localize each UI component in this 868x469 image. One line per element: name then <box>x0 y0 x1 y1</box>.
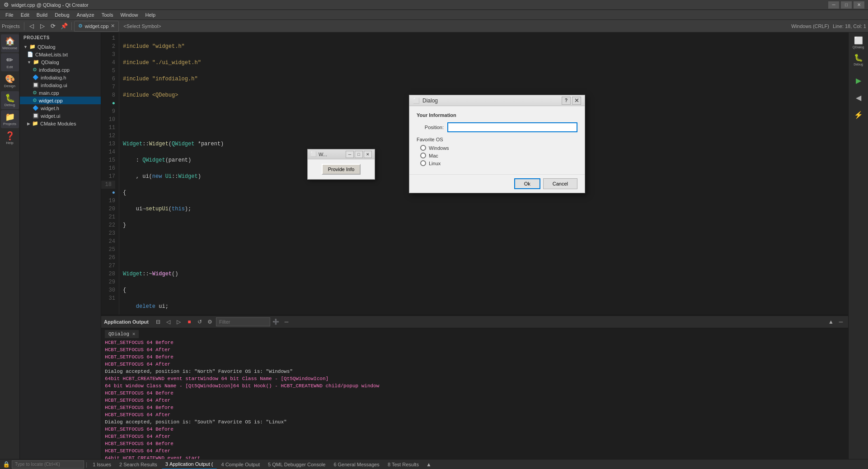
right-btn2[interactable]: ◀ <box>850 89 867 106</box>
menu-window[interactable]: Window <box>117 11 141 19</box>
main-dialog-body: Your Information Position: Favorite OS W… <box>409 106 585 174</box>
folder-icon: 📁 <box>29 44 36 50</box>
tab-issues[interactable]: 1 Issues <box>89 460 115 469</box>
menu-tools[interactable]: Tools <box>98 11 117 19</box>
right-btn3[interactable]: ⚡ <box>850 107 867 123</box>
tab-app-output[interactable]: 3 Application Output ( <box>162 460 217 469</box>
btn-new-window[interactable]: ⊟ <box>154 317 163 326</box>
ok-button[interactable]: Ok <box>514 178 540 189</box>
radio-mac[interactable] <box>420 153 426 158</box>
w-dialog[interactable]: ⬜ W... ─ □ ✕ Provide Info <box>307 149 375 180</box>
right-run-btn[interactable]: ▶ <box>850 72 867 88</box>
activity-edit[interactable]: ✏ Edit <box>1 53 19 71</box>
output-line: HCBT_SETFOCUS 64 Before <box>105 426 845 433</box>
qdialog-label: QDialog <box>853 46 864 49</box>
help-label: Help <box>6 141 13 145</box>
position-input[interactable] <box>447 122 577 132</box>
radio-linux[interactable] <box>420 160 426 166</box>
activity-debug[interactable]: 🐛 Debug <box>1 91 19 109</box>
btn-prev[interactable]: ◁ <box>164 317 173 326</box>
toolbar-fwd-btn[interactable]: ▷ <box>38 21 47 31</box>
activity-projects[interactable]: 📁 Projects <box>1 110 19 128</box>
right-debug-btn[interactable]: 🐛 Debug <box>850 51 867 68</box>
file-icon: 📄 <box>27 51 33 57</box>
dialog-position-row: Position: <box>417 122 577 132</box>
output-tab-label[interactable]: QDialog ✕ <box>105 330 139 338</box>
btn-add-output[interactable]: ➕ <box>272 317 281 326</box>
tree-widget-h[interactable]: 🔷 widget.h <box>20 104 101 112</box>
toolbar-back-btn[interactable]: ◁ <box>27 21 37 31</box>
radio-windows[interactable] <box>420 145 426 151</box>
btn-collapse[interactable]: ─ <box>836 317 845 326</box>
toolbar-tab-name[interactable]: widget.cpp <box>85 23 109 29</box>
toolbar-pin-btn[interactable]: 📌 <box>59 21 69 31</box>
w-minimize[interactable]: ─ <box>346 151 354 158</box>
qdialog-icon: ⬜ <box>854 36 863 45</box>
tree-cmakelists[interactable]: 📄 CMakeLists.txt <box>20 51 101 58</box>
tree-main-cpp[interactable]: ⚙ main.cpp <box>20 89 101 97</box>
menu-analyze[interactable]: Analyze <box>73 11 98 19</box>
tree-qdialog-sub[interactable]: ▼ 📁 QDialog <box>20 58 101 66</box>
tree-infodialog-h[interactable]: 🔷 infodialog.h <box>20 74 101 81</box>
activity-help[interactable]: ❓ Help <box>1 129 19 147</box>
menu-edit[interactable]: Edit <box>17 11 33 19</box>
toolbar-tab-close[interactable]: ✕ <box>111 23 115 29</box>
bottom-panel: Application Output ⊟ ◁ ▷ ■ ↺ ⚙ ➕ ─ ▲ ─ <box>101 315 848 459</box>
provide-info-button[interactable]: Provide Info <box>322 164 361 175</box>
output-line: 64bit HCBT_CREATEWND event startWindow 6… <box>105 375 845 382</box>
activity-welcome[interactable]: 🏠 Welcome <box>1 34 19 52</box>
btn-settings[interactable]: ⚙ <box>206 317 215 326</box>
window-title: widget.cpp @ QDialog - Qt Creator <box>11 2 828 8</box>
close-button[interactable]: ✕ <box>854 1 864 9</box>
menu-build[interactable]: Build <box>33 11 51 19</box>
right-qdialog-btn[interactable]: ⬜ QDialog <box>850 34 867 51</box>
cpp-icon: ⚙ <box>33 90 37 96</box>
select-symbol[interactable]: <Select Symbol> <box>123 23 161 29</box>
main-dialog[interactable]: ⬜ Dialog ? ✕ Your Information Position: … <box>409 95 585 193</box>
tree-widget-cpp[interactable]: ⚙ widget.cpp <box>20 97 101 104</box>
activity-design[interactable]: 🎨 Design <box>1 72 19 90</box>
menu-debug[interactable]: Debug <box>51 11 73 19</box>
w-maximize[interactable]: □ <box>355 151 363 158</box>
dialog-help-btn[interactable]: ? <box>562 97 571 105</box>
btn-stop[interactable]: ■ <box>185 317 194 326</box>
tree-infodialog-cpp[interactable]: ⚙ infodialog.cpp <box>20 66 101 74</box>
expand-btn[interactable]: ▲ <box>424 460 433 469</box>
minimize-button[interactable]: ─ <box>828 1 839 9</box>
lock-btn[interactable]: 🔒 <box>2 460 11 469</box>
tab-test-results[interactable]: 8 Test Results <box>384 460 422 469</box>
menu-help[interactable]: Help <box>142 11 160 19</box>
menu-file[interactable]: File <box>2 11 17 19</box>
file-tree: Projects ▼ 📁 QDialog 📄 CMakeLists.txt ▼ … <box>20 33 101 459</box>
status-sep: | <box>86 461 87 468</box>
toolbar-refresh-btn[interactable]: ⟳ <box>48 21 58 31</box>
app-output-label: Application Output ( <box>169 461 213 467</box>
tab-general-messages[interactable]: 6 General Messages <box>330 460 383 469</box>
cancel-button[interactable]: Cancel <box>543 178 577 189</box>
dialog-close-btn[interactable]: ✕ <box>572 97 581 105</box>
btn-next[interactable]: ▷ <box>174 317 183 326</box>
main-dialog-icon: ⬜ <box>413 98 420 104</box>
tree-widget-ui[interactable]: 🔲 widget.ui <box>20 112 101 120</box>
compile-number: 4 <box>221 462 224 467</box>
tab-search-results[interactable]: 2 Search Results <box>116 460 161 469</box>
tree-infodialog-ui[interactable]: 🔲 infodialog.ui <box>20 81 101 89</box>
btn-minus[interactable]: ─ <box>282 317 291 326</box>
output-line: HCBT_SETFOCUS 64 After <box>105 397 845 404</box>
tree-cmake-modules[interactable]: ▶ 📁 CMake Modules <box>20 120 101 127</box>
output-area[interactable]: QDialog ✕ HCBT_SETFOCUS 64 Before HCBT_S… <box>101 328 848 459</box>
output-line: 64bit HCBT_CREATEWND event start <box>105 455 845 459</box>
tree-qdialog-root[interactable]: ▼ 📁 QDialog <box>20 43 101 51</box>
btn-expand[interactable]: ▲ <box>826 317 835 326</box>
btn-rerun[interactable]: ↺ <box>195 317 204 326</box>
design-icon: 🎨 <box>5 75 15 83</box>
tab-compile-output[interactable]: 4 Compile Output <box>218 460 264 469</box>
w-close[interactable]: ✕ <box>364 151 372 158</box>
filter-input[interactable] <box>216 317 270 326</box>
tab-qml-debugger[interactable]: 5 QML Debugger Console <box>264 460 329 469</box>
design-label: Design <box>4 84 15 88</box>
welcome-icon: 🏠 <box>5 37 15 45</box>
locate-input[interactable] <box>12 460 84 469</box>
debug-sidebar-label: Debug <box>854 63 863 66</box>
maximize-button[interactable]: □ <box>841 1 852 9</box>
